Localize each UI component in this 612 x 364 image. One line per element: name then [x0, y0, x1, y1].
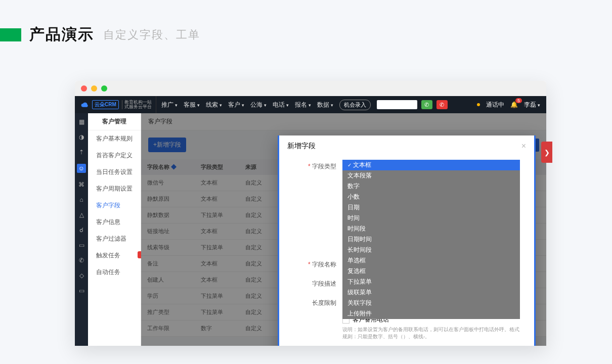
label-type: 字段类型 [279, 160, 342, 173]
add-field-modal: 新增字段 × 字段类型 文本框文本段落数字小数日期时间时间段日期时间长时间段单选… [278, 135, 536, 346]
slide-subtitle: 自定义字段、工单 [103, 27, 200, 42]
rail-phone-icon[interactable]: ✆ [78, 257, 85, 264]
rail-triangle-icon[interactable]: △ [78, 211, 85, 218]
brand-sub: 教育机构一站式服务云平台 [122, 100, 152, 109]
dropdown-option[interactable]: 文本框 [342, 160, 520, 170]
app-topbar: 云朵CRM 教育机构一站式服务云平台 推广▾客服▾线索▾客户▾公海▾电话▾报名▾… [75, 96, 546, 113]
rail-search-icon[interactable]: ☌ [78, 226, 85, 234]
sidebar-item[interactable]: 当日任务设置 [88, 164, 141, 180]
brand-name: 云朵CRM [92, 100, 119, 109]
sidebar-item[interactable]: 客户基本规则 [88, 130, 141, 147]
dropdown-option[interactable]: 日期时间 [342, 234, 520, 245]
rail-card-icon[interactable]: ▭ [78, 287, 85, 294]
sidebar-item[interactable]: 客户过滤器 [88, 231, 141, 247]
sidebar: 客户管理 客户基本规则首咨客户定义当日任务设置客户周期设置客户字段客户信息客户过… [88, 113, 141, 346]
rail-note-icon[interactable]: ▭ [78, 242, 85, 249]
nav-item[interactable]: 线索▾ [206, 101, 222, 109]
minimize-dot[interactable] [91, 85, 97, 92]
status-dot [477, 103, 480, 106]
hangup-button[interactable]: ✆ [436, 100, 448, 109]
dropdown-option[interactable]: 长时间段 [342, 245, 520, 255]
sidebar-item[interactable]: 首咨客户定义 [88, 147, 141, 164]
user-name[interactable]: 李磊▾ [524, 101, 540, 109]
nav-rail: ▦ ◑ ⇡ ☺ ⌘ ⌂ △ ☌ ▭ ✆ ◇ ▭ [75, 113, 88, 346]
nav-item[interactable]: 公海▾ [250, 101, 267, 109]
dropdown-option[interactable]: 小数 [342, 192, 520, 202]
modal-title: 新增字段 [287, 142, 316, 151]
app-body: ▦ ◑ ⇡ ☺ ⌘ ⌂ △ ☌ ▭ ✆ ◇ ▭ 客户管理 客户基本规则首咨客户定… [75, 113, 546, 346]
dropdown-option[interactable]: 关联字段 [342, 298, 520, 308]
label-desc: 字段描述 [279, 277, 342, 290]
browser-window: 云朵CRM 教育机构一站式服务云平台 推广▾客服▾线索▾客户▾公海▾电话▾报名▾… [75, 81, 546, 346]
checkbox-note: 说明：如果设置为客户的备用联系电话，则可以在客户面板中打电话外呼。格式规则：只能… [342, 326, 520, 340]
top-nav: 推广▾客服▾线索▾客户▾公海▾电话▾报名▾数据▾ [161, 101, 333, 109]
rail-user-icon[interactable]: ☺ [77, 164, 86, 173]
window-chrome [75, 81, 546, 96]
rail-shield-icon[interactable]: ◑ [78, 133, 85, 141]
brand-cloud-icon [81, 101, 89, 109]
sidebar-item[interactable]: 客户信息 [88, 214, 141, 231]
bell-icon[interactable]: 🔔5 [510, 101, 518, 108]
label-limit: 长度限制 [279, 296, 342, 309]
next-slide-icon[interactable]: ❯ [541, 142, 552, 163]
field-type-dropdown: 文本框文本段落数字小数日期时间时间段日期时间长时间段单选框复选框下拉菜单级联菜单… [342, 160, 520, 319]
dropdown-option[interactable]: 上传附件 [342, 308, 520, 319]
maximize-dot[interactable] [101, 85, 107, 92]
rail-open-icon[interactable]: ⌘ [78, 181, 85, 188]
nav-item[interactable]: 客户▾ [228, 101, 244, 109]
slide-header: 产品演示 自定义字段、工单 [0, 24, 200, 45]
top-search[interactable] [377, 100, 417, 109]
dropdown-option[interactable]: 文本段落 [342, 170, 520, 181]
dropdown-option[interactable]: 时间段 [342, 223, 520, 234]
sidebar-item[interactable]: 触发任务 [88, 247, 141, 264]
brand[interactable]: 云朵CRM 教育机构一站式服务云平台 [81, 96, 156, 113]
label-name: 字段名称 [279, 258, 342, 271]
nav-item[interactable]: 客服▾ [184, 101, 200, 109]
dropdown-option[interactable]: 级联菜单 [342, 287, 520, 298]
sidebar-group-header: 客户管理 [88, 113, 141, 130]
accent-block [0, 28, 21, 41]
dropdown-option[interactable]: 下拉菜单 [342, 277, 520, 287]
bell-badge: 5 [515, 98, 522, 103]
dial-button[interactable]: ✆ [421, 100, 432, 109]
rail-tag-icon[interactable]: ◇ [78, 272, 85, 279]
main-content: 客户字段 +新增字段 输入字段名称 搜索 字段名称 ◆ 字段类型 来源 创建时间… [141, 113, 546, 346]
rail-home-icon[interactable]: ⌂ [78, 196, 85, 203]
dropdown-option[interactable]: 日期 [342, 202, 520, 213]
rail-dashboard-icon[interactable]: ▦ [78, 118, 85, 125]
close-dot[interactable] [81, 85, 87, 92]
dropdown-option[interactable]: 时间 [342, 213, 520, 223]
sidebar-item[interactable]: 客户字段 [88, 197, 141, 214]
slide-title: 产品演示 [29, 24, 94, 45]
rail-analytics-icon[interactable]: ⇡ [78, 149, 85, 156]
nav-pill[interactable]: 机会录入 [339, 100, 371, 110]
field-type-select[interactable]: 文本框文本段落数字小数日期时间时间段日期时间长时间段单选框复选框下拉菜单级联菜单… [342, 160, 520, 171]
close-icon[interactable]: × [521, 142, 526, 151]
dropdown-option[interactable]: 数字 [342, 181, 520, 192]
nav-item[interactable]: 报名▾ [295, 101, 311, 109]
call-status: 通话中 [486, 101, 504, 109]
nav-item[interactable]: 数据▾ [317, 101, 333, 109]
dropdown-option[interactable]: 复选框 [342, 266, 520, 277]
sidebar-item[interactable]: 客户周期设置 [88, 180, 141, 197]
sidebar-item[interactable]: 自动任务 [88, 264, 141, 281]
nav-item[interactable]: 推广▾ [161, 101, 178, 109]
topbar-right: 通话中 🔔5 李磊▾ [477, 101, 540, 109]
nav-item[interactable]: 电话▾ [273, 101, 289, 109]
dropdown-option[interactable]: 单选框 [342, 255, 520, 266]
